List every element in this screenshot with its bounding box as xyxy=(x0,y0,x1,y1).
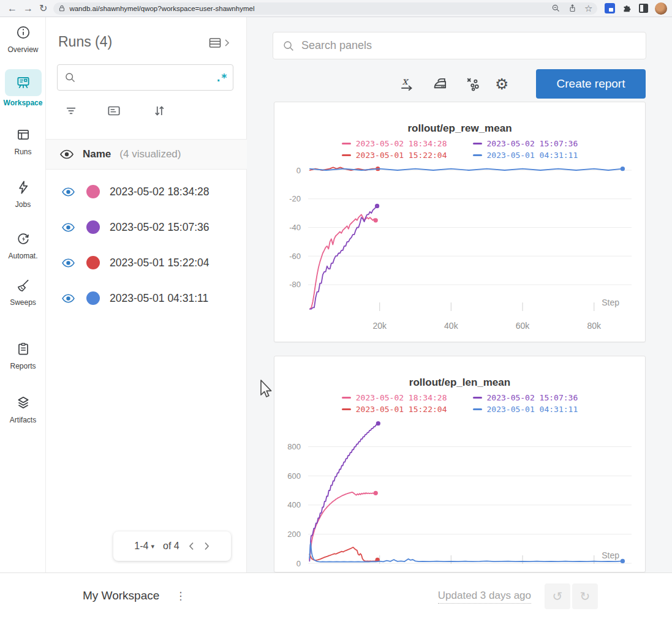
lock-icon xyxy=(58,4,66,12)
chart-legend: 2023-05-02 18:34:282023-05-02 15:07:3620… xyxy=(342,393,578,414)
svg-text:80k: 80k xyxy=(587,321,602,331)
legend-item[interactable]: 2023-05-01 15:22:04 xyxy=(342,151,447,160)
sidebar-item-label: Runs xyxy=(0,148,46,156)
sidebar-item-overview[interactable]: Overview xyxy=(0,24,46,54)
expand-runs-table-button[interactable] xyxy=(208,36,230,50)
sidebar-item-artifacts[interactable]: Artifacts xyxy=(0,395,46,424)
legend-item[interactable]: 2023-05-02 18:34:28 xyxy=(342,139,447,148)
chart-panel-ep-rew-mean[interactable]: 0-20-40-60-8020k40k60k80kStep rollout/ep… xyxy=(274,102,646,342)
legend-label: 2023-05-02 18:34:28 xyxy=(356,393,447,402)
visibility-eye-icon[interactable] xyxy=(61,258,75,268)
dark-mode-extension-icon[interactable] xyxy=(639,4,648,13)
legend-item[interactable]: 2023-05-02 15:07:36 xyxy=(473,139,578,148)
extension-icon[interactable] xyxy=(605,3,615,13)
svg-text:20k: 20k xyxy=(372,321,387,331)
regex-toggle-icon[interactable]: .* xyxy=(216,72,227,84)
sidebar-item-label: Jobs xyxy=(0,200,46,209)
smoothing-iron-icon[interactable] xyxy=(431,69,450,99)
search-icon xyxy=(282,39,295,53)
workspace-footer: My Workspace ⋮ Updated 3 days ago ↺ ↻ xyxy=(0,572,672,619)
sort-icon[interactable] xyxy=(151,103,167,119)
run-row[interactable]: 2023-05-01 15:22:04 xyxy=(46,245,247,280)
svg-text:600: 600 xyxy=(287,471,301,481)
legend-item[interactable]: 2023-05-02 15:07:36 xyxy=(473,393,578,402)
svg-text:800: 800 xyxy=(287,442,301,451)
visibility-eye-icon[interactable] xyxy=(59,149,74,160)
prev-page-icon[interactable] xyxy=(188,541,195,551)
sidebar-item-label: Workspace xyxy=(0,99,46,107)
svg-text:200: 200 xyxy=(287,530,301,539)
sidebar-item-workspace[interactable]: Workspace xyxy=(0,69,46,107)
group-list-icon[interactable] xyxy=(106,103,122,119)
browser-profile-avatar[interactable] xyxy=(655,2,667,15)
svg-text:-60: -60 xyxy=(289,252,301,261)
sidebar-item-sweeps[interactable]: Sweeps xyxy=(0,277,46,307)
run-row[interactable]: 2023-05-02 18:34:28 xyxy=(46,174,247,209)
legend-item[interactable]: 2023-05-01 04:31:11 xyxy=(473,405,578,414)
sidebar-item-runs[interactable]: Runs xyxy=(0,127,46,156)
legend-swatch xyxy=(473,143,482,145)
share-icon[interactable] xyxy=(568,4,577,13)
run-list: 2023-05-02 18:34:282023-05-02 15:07:3620… xyxy=(46,174,247,316)
legend-swatch xyxy=(342,154,351,157)
sidebar-item-reports[interactable]: Reports xyxy=(0,341,46,370)
legend-label: 2023-05-01 04:31:11 xyxy=(487,405,578,414)
settings-gear-icon[interactable]: ⚙ xyxy=(495,69,508,99)
info-icon xyxy=(15,24,31,40)
runs-panel: Runs (4) .* xyxy=(46,17,247,572)
runs-search-box[interactable]: .* xyxy=(57,64,233,91)
legend-item[interactable]: 2023-05-01 04:31:11 xyxy=(473,151,578,160)
run-row[interactable]: 2023-05-01 04:31:11 xyxy=(46,280,247,316)
legend-item[interactable]: 2023-05-02 18:34:28 xyxy=(342,393,447,402)
sidebar-item-label: Reports xyxy=(0,362,46,370)
run-color-dot xyxy=(86,291,100,305)
outliers-icon[interactable] xyxy=(464,69,482,99)
legend-swatch xyxy=(342,143,351,145)
svg-text:60k: 60k xyxy=(516,321,530,331)
zoom-icon[interactable] xyxy=(551,4,561,13)
project-sidebar: OverviewWorkspaceRunsJobsAutomat.SweepsR… xyxy=(0,17,46,572)
chart-panel-ep-len-mean[interactable]: 800600400200020k40k60k80kStep rollout/ep… xyxy=(274,356,646,572)
undo-button[interactable]: ↺ xyxy=(545,583,570,609)
svg-text:-80: -80 xyxy=(289,280,301,289)
filter-icon[interactable] xyxy=(63,103,79,119)
legend-label: 2023-05-01 04:31:11 xyxy=(487,151,578,160)
browser-reload-icon[interactable]: ↻ xyxy=(39,4,47,13)
panel-search-input[interactable] xyxy=(301,39,637,52)
svg-text:Step: Step xyxy=(602,550,619,560)
bookmark-star-icon[interactable]: ☆ xyxy=(584,3,592,14)
create-report-button[interactable]: Create report xyxy=(536,69,646,99)
visibility-eye-icon[interactable] xyxy=(61,293,75,304)
browser-back-icon[interactable]: ← xyxy=(7,4,17,13)
address-bar[interactable]: wandb.ai/shawnhymel/qwop?workspace=user-… xyxy=(53,2,597,15)
page-total: of 4 xyxy=(163,541,179,552)
caret-down-icon: ▾ xyxy=(151,542,154,550)
legend-item[interactable]: 2023-05-01 15:22:04 xyxy=(342,405,447,414)
url-text: wandb.ai/shawnhymel/qwop?workspace=user-… xyxy=(69,5,548,12)
browser-forward-icon[interactable]: → xyxy=(23,4,33,13)
svg-text:Step: Step xyxy=(602,298,619,307)
browser-menu-icon[interactable]: ⋮ xyxy=(667,4,672,13)
legend-swatch xyxy=(342,397,351,399)
runs-table-icon xyxy=(15,127,31,143)
workspace-icon xyxy=(15,75,31,91)
extensions-puzzle-icon[interactable] xyxy=(622,3,632,13)
legend-swatch xyxy=(473,397,482,399)
svg-text:-20: -20 xyxy=(289,194,301,203)
runs-search-input[interactable] xyxy=(81,72,211,83)
sidebar-item-automat[interactable]: Automat. xyxy=(0,231,46,260)
visibility-eye-icon[interactable] xyxy=(61,187,75,197)
sidebar-item-jobs[interactable]: Jobs xyxy=(0,179,46,209)
workspace-menu-icon[interactable]: ⋮ xyxy=(175,590,186,602)
line-chart: 0-20-40-60-8020k40k60k80kStep xyxy=(274,102,646,342)
visibility-eye-icon[interactable] xyxy=(61,222,75,233)
next-page-icon[interactable] xyxy=(203,541,210,551)
redo-button[interactable]: ↻ xyxy=(572,583,598,609)
page-range-dropdown[interactable]: 1-4 ▾ xyxy=(134,541,154,552)
run-color-dot xyxy=(86,185,100,198)
table-icon xyxy=(208,36,222,50)
run-row[interactable]: 2023-05-02 15:07:36 xyxy=(46,209,247,245)
chart-legend: 2023-05-02 18:34:282023-05-02 15:07:3620… xyxy=(342,139,578,160)
panel-search-box[interactable] xyxy=(273,32,646,59)
x-axis-settings-icon[interactable]: x xyxy=(398,69,416,99)
